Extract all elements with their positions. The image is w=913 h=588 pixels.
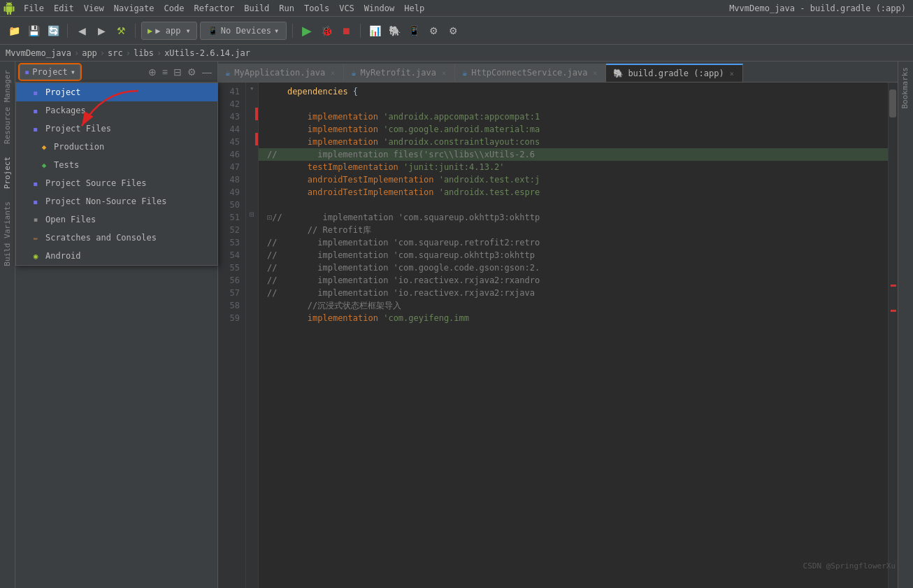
- device-icon: 📱: [208, 26, 218, 36]
- menu-view[interactable]: View: [80, 2, 108, 15]
- folder-icon-packages: ▪: [30, 105, 41, 116]
- menu-window[interactable]: Window: [360, 2, 398, 15]
- code-line-55: // implementation 'com.google.code.gson:…: [259, 261, 888, 274]
- android-logo-icon: [3, 2, 15, 15]
- right-side-tabs: Bookmarks: [898, 62, 913, 588]
- code-line-51: ⊡// implementation 'com.squareup.okhttp3…: [259, 211, 888, 224]
- build-btn[interactable]: ⚒: [113, 22, 129, 39]
- breadcrumb-libs[interactable]: libs: [134, 48, 154, 58]
- sdk-btn[interactable]: ⚙: [425, 22, 442, 39]
- resource-manager-tab[interactable]: Resource Manager: [1, 64, 14, 150]
- dropdown-item-scratches[interactable]: ✏ Scratches and Consoles: [16, 229, 217, 247]
- tab-close-4[interactable]: ×: [728, 69, 735, 78]
- no-devices-dropdown[interactable]: 📱 No Devices ▾: [200, 22, 287, 40]
- menu-help[interactable]: Help: [400, 2, 429, 15]
- code-line-43: implementation 'androidx.appcompat:appco…: [259, 110, 888, 123]
- folder-icon-project: ▪: [30, 87, 41, 98]
- back-btn[interactable]: ◀: [73, 22, 90, 39]
- dropdown-label-packages: Packages: [45, 106, 86, 115]
- settings-panel-btn[interactable]: ⚙: [186, 65, 198, 79]
- code-line-52: // Retrofit库: [259, 224, 888, 236]
- menu-refactor[interactable]: Refactor: [189, 2, 238, 15]
- add-icon-btn[interactable]: ⊕: [147, 65, 158, 79]
- gutter: ▾ ⊡: [246, 83, 259, 588]
- code-line-42: [259, 98, 888, 110]
- breadcrumb-root[interactable]: MvvmDemo_java: [6, 48, 71, 58]
- separator-4: [360, 24, 361, 38]
- filter-btn[interactable]: ⊟: [172, 65, 183, 79]
- profile-btn[interactable]: 📊: [366, 22, 383, 39]
- debug-btn[interactable]: 🐞: [318, 22, 335, 39]
- dropdown-item-packages[interactable]: ▪ Packages: [16, 101, 217, 120]
- menu-vcs[interactable]: VCS: [335, 2, 359, 15]
- dropdown-item-project-files[interactable]: ▪ Project Files: [16, 120, 217, 138]
- code-line-47: testImplementation 'junit:junit:4.13.2': [259, 161, 888, 173]
- dropdown-item-production[interactable]: ◆ Production: [16, 138, 217, 156]
- save-all-btn[interactable]: 💾: [25, 22, 42, 39]
- dropdown-item-project[interactable]: ▪ Project: [16, 83, 217, 101]
- tab-label-2: MyRetrofit.java: [361, 68, 436, 78]
- tab-close-2[interactable]: ×: [440, 69, 447, 78]
- tab-label-4: build.gradle (:app): [628, 69, 724, 78]
- project-dropdown-label: Project: [32, 67, 68, 77]
- tab-myapplication[interactable]: ☕ MyApplication.java ×: [218, 64, 344, 82]
- editor-content: 41 42 43 44 45 46 47 48 49 50 51 52 53 5…: [218, 83, 898, 588]
- tab-myretrofit[interactable]: ☕ MyRetrofit.java ×: [344, 64, 455, 82]
- avd-btn[interactable]: 📱: [405, 22, 422, 39]
- code-line-56: // implementation 'io.reactivex.rxjava2:…: [259, 274, 888, 287]
- gradle-btn[interactable]: 🐘: [386, 22, 403, 39]
- build-variants-tab[interactable]: Build Variants: [1, 196, 14, 272]
- run-btn[interactable]: ▶: [299, 22, 315, 39]
- menu-file[interactable]: File: [20, 2, 48, 15]
- forward-btn[interactable]: ▶: [93, 22, 110, 39]
- dropdown-item-android[interactable]: ◉ Android: [16, 247, 217, 265]
- dropdown-label-scratches: Scratches and Consoles: [45, 233, 157, 243]
- menu-run[interactable]: Run: [275, 2, 299, 15]
- fold-marker-41[interactable]: ▾: [250, 83, 254, 95]
- dropdown-label-non-source: Project Non-Source Files: [45, 196, 166, 206]
- stop-btn[interactable]: ⏹: [338, 22, 354, 39]
- app-icon: ▶: [148, 26, 152, 36]
- window-title: MvvmDemo_java - build.gradle (:app): [729, 3, 906, 13]
- sync-btn[interactable]: 🔄: [45, 22, 62, 39]
- editor-scrollbar[interactable]: [888, 83, 898, 588]
- open-folder-btn[interactable]: 📁: [6, 22, 22, 39]
- close-panel-btn[interactable]: —: [201, 65, 213, 79]
- tab-buildgradle[interactable]: 🐘 build.gradle (:app) ×: [606, 64, 742, 82]
- dropdown-item-non-source[interactable]: ▪ Project Non-Source Files: [16, 192, 217, 210]
- code-line-59: implementation 'com.geyifeng.imm: [259, 312, 888, 324]
- project-tab[interactable]: Project: [1, 151, 14, 194]
- dropdown-item-tests[interactable]: ◆ Tests: [16, 156, 217, 174]
- test-icon: ◆: [38, 159, 50, 171]
- project-dropdown[interactable]: ▪ Project ▾: [20, 64, 80, 80]
- folder-small-icon: ▪: [24, 67, 29, 77]
- breadcrumb-file: xUtils-2.6.14.jar: [164, 48, 250, 58]
- breadcrumb-app[interactable]: app: [82, 48, 97, 58]
- editor-area: ☕ MyApplication.java × ☕ MyRetrofit.java…: [218, 62, 898, 588]
- tab-close-3[interactable]: ×: [591, 69, 598, 78]
- code-line-46: // implementation files('src\\libs\\xUti…: [259, 148, 888, 161]
- code-line-45: implementation 'androidx.constraintlayou…: [259, 136, 888, 148]
- menu-navigate[interactable]: Navigate: [110, 2, 159, 15]
- separator-2: [135, 24, 136, 38]
- dropdown-label-tests: Tests: [54, 160, 79, 170]
- app-dropdown[interactable]: ▶ ▶ app ▾: [141, 22, 197, 40]
- bookmarks-tab[interactable]: Bookmarks: [898, 62, 912, 115]
- menu-edit[interactable]: Edit: [50, 2, 78, 15]
- dropdown-item-source-files[interactable]: ▪ Project Source Files: [16, 174, 217, 192]
- menu-code[interactable]: Code: [160, 2, 189, 15]
- collapse-all-btn[interactable]: ≡: [161, 65, 169, 79]
- tab-close-1[interactable]: ×: [329, 69, 336, 78]
- panel-header-icons: ⊕ ≡ ⊟ ⚙ —: [147, 65, 213, 79]
- error-marker-43: [255, 108, 258, 120]
- dropdown-item-open-files[interactable]: ▪ Open Files: [16, 210, 217, 229]
- menu-build[interactable]: Build: [240, 2, 273, 15]
- menu-tools[interactable]: Tools: [300, 2, 333, 15]
- settings-btn[interactable]: ⚙: [445, 22, 461, 39]
- code-line-58: //沉浸式状态栏框架导入: [259, 299, 888, 312]
- project-panel: ▪ Project ▾ ⊕ ≡ ⊟ ⚙ — ▪ Project ▪ Packag…: [15, 62, 218, 588]
- code-text[interactable]: dependencies { implementation 'androidx.…: [259, 83, 888, 588]
- breadcrumb-src[interactable]: src: [108, 48, 123, 58]
- tab-httpconnect[interactable]: ☕ HttpConnectService.java ×: [455, 64, 606, 82]
- fold-marker-51[interactable]: ⊡: [250, 208, 254, 221]
